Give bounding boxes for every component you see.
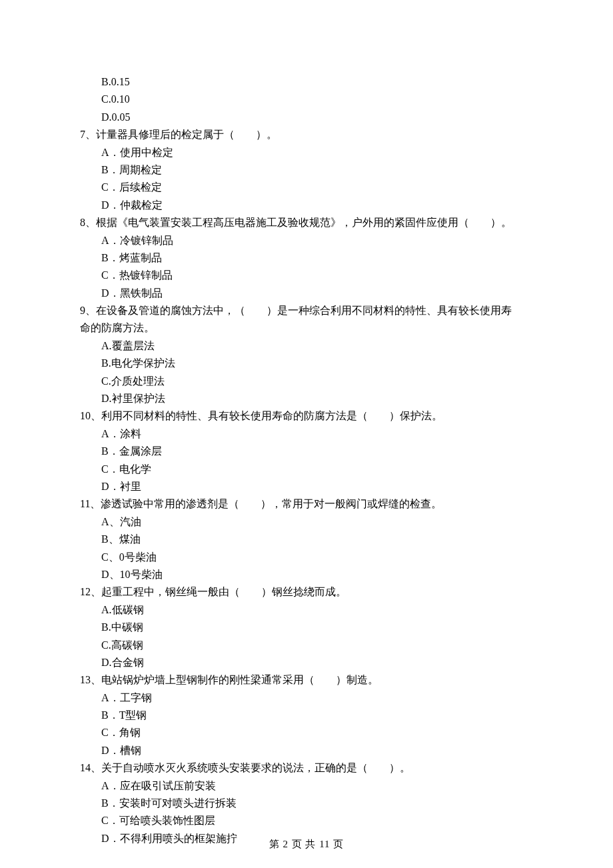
q7-option-b: B．周期检定 bbox=[80, 161, 533, 179]
q13-option-c: C．角钢 bbox=[80, 724, 533, 741]
q9-stem-line1: 9、在设备及管道的腐蚀方法中，（ ）是一种综合利用不同材料的特性、具有较长使用寿 bbox=[80, 302, 533, 319]
q9-option-d: D.衬里保护法 bbox=[80, 390, 533, 407]
pre-option-b: B.0.15 bbox=[80, 73, 533, 91]
q11-option-c: C、0号柴油 bbox=[80, 549, 533, 566]
page-container: B.0.15 C.0.10 D.0.05 7、计量器具修理后的检定属于（ ）。 … bbox=[0, 0, 613, 868]
q14-stem: 14、关于自动喷水灭火系统喷头安装要求的说法，正确的是（ ）。 bbox=[80, 759, 533, 777]
q14-option-c: C．可给喷头装饰性图层 bbox=[80, 812, 533, 829]
q14-option-a: A．应在吸引试压前安装 bbox=[80, 777, 533, 795]
page-footer: 第 2 页 共 11 页 bbox=[0, 836, 613, 853]
q9-option-c: C.介质处理法 bbox=[80, 373, 533, 390]
q8-option-b: B．烤蓝制品 bbox=[80, 249, 533, 267]
pre-option-d: D.0.05 bbox=[80, 109, 533, 126]
q12-option-c: C.高碳钢 bbox=[80, 637, 533, 654]
q9-option-a: A.覆盖层法 bbox=[80, 337, 533, 355]
q11-option-a: A、汽油 bbox=[80, 513, 533, 531]
q10-option-b: B．金属涂层 bbox=[80, 443, 533, 460]
q12-stem: 12、起重工程中，钢丝绳一般由（ ）钢丝捻绕而成。 bbox=[80, 583, 533, 601]
q8-option-c: C．热镀锌制品 bbox=[80, 267, 533, 284]
q7-stem: 7、计量器具修理后的检定属于（ ）。 bbox=[80, 126, 533, 143]
q10-option-c: C．电化学 bbox=[80, 461, 533, 478]
q12-option-d: D.合金钢 bbox=[80, 654, 533, 671]
q13-stem: 13、电站锅炉炉墙上型钢制作的刚性梁通常采用（ ）制造。 bbox=[80, 671, 533, 689]
q11-stem: 11、渗透试验中常用的渗透剂是（ ），常用于对一般阀门或焊缝的检查。 bbox=[80, 495, 533, 513]
q7-option-a: A．使用中检定 bbox=[80, 144, 533, 161]
q8-option-a: A．冷镀锌制品 bbox=[80, 232, 533, 249]
q11-option-b: B、煤油 bbox=[80, 531, 533, 548]
q13-option-a: A．工字钢 bbox=[80, 689, 533, 707]
q13-option-d: D．槽钢 bbox=[80, 742, 533, 759]
q12-option-b: B.中碳钢 bbox=[80, 619, 533, 636]
q7-option-d: D．仲裁检定 bbox=[80, 197, 533, 214]
q13-option-b: B．T型钢 bbox=[80, 707, 533, 724]
q8-option-d: D．黑铁制品 bbox=[80, 285, 533, 302]
q14-option-b: B．安装时可对喷头进行拆装 bbox=[80, 795, 533, 812]
q10-option-a: A．涂料 bbox=[80, 425, 533, 443]
pre-option-c: C.0.10 bbox=[80, 91, 533, 108]
q12-option-a: A.低碳钢 bbox=[80, 601, 533, 619]
q9-stem-line2: 命的防腐方法。 bbox=[80, 319, 533, 337]
q9-option-b: B.电化学保护法 bbox=[80, 355, 533, 372]
q11-option-d: D、10号柴油 bbox=[80, 566, 533, 583]
q8-stem: 8、根据《电气装置安装工程高压电器施工及验收规范》，户外用的紧固件应使用（ ）。 bbox=[80, 214, 533, 231]
q10-option-d: D．衬里 bbox=[80, 478, 533, 495]
q10-stem: 10、利用不同材料的特性、具有较长使用寿命的防腐方法是（ ）保护法。 bbox=[80, 407, 533, 425]
q7-option-c: C．后续检定 bbox=[80, 179, 533, 196]
